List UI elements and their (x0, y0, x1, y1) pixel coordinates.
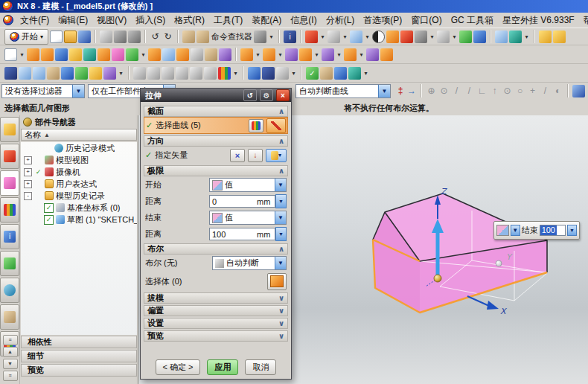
snap-bounded-point-icon[interactable]: ◐ (552, 85, 563, 97)
toolbar-icon[interactable]: ▾ (362, 67, 369, 80)
menu-item[interactable]: 装配(A) (247, 13, 286, 28)
web-browser-tab[interactable]: i (0, 224, 19, 249)
menu-item[interactable]: 工具(T) (209, 13, 247, 28)
expand-toggle[interactable]: + (24, 156, 32, 164)
toolbar-icon[interactable]: ▾ (451, 31, 458, 43)
background-icon[interactable] (437, 31, 450, 43)
cylinder-icon[interactable] (83, 48, 96, 61)
toolbar-icon[interactable]: ▾ (118, 67, 124, 80)
datum-csys-icon[interactable] (219, 48, 231, 61)
collapsed-section-header[interactable]: 设置 ∨ (144, 318, 288, 329)
pattern-icon[interactable] (89, 67, 102, 80)
section-group-header[interactable]: 截面 ∧ (144, 106, 288, 117)
analysis-section-icon[interactable] (204, 67, 217, 80)
dialog-reset-icon[interactable]: ↺ (243, 89, 257, 101)
sort-ascending-icon[interactable]: ▲ (44, 132, 50, 138)
bounded-plane-icon[interactable] (4, 67, 17, 80)
boss-icon[interactable] (112, 48, 124, 61)
menu-item[interactable]: 编辑(E) (54, 13, 92, 28)
collapse-icon[interactable]: ∧ (278, 245, 284, 253)
suppress-checkbox[interactable] (44, 215, 54, 225)
layer-icon[interactable] (19, 67, 31, 80)
menu-item[interactable]: 窗口(O) (406, 13, 446, 28)
edge-blend-icon[interactable] (299, 48, 312, 61)
csys-report-icon[interactable] (348, 67, 361, 80)
undo-icon[interactable]: ↺ (150, 31, 161, 43)
resource-bar-scroll-button[interactable]: ▲ (3, 347, 18, 357)
snapshot-icon[interactable] (539, 31, 552, 43)
start-distance-input[interactable]: 0 mm (209, 195, 275, 208)
selection-filter-combo[interactable]: 没有选择过滤器 ▼ (1, 84, 85, 98)
snap-intersection-icon[interactable]: ∟ (476, 85, 488, 97)
analysis-distance-icon[interactable] (162, 67, 174, 80)
menu-item[interactable]: 文件(F) (16, 13, 54, 28)
examine-geometry-icon[interactable]: ✓ (306, 67, 319, 80)
limit-option-icon[interactable] (496, 225, 509, 236)
specify-origin-curve-button[interactable] (249, 119, 263, 132)
command-finder[interactable]: 命令查找器 (196, 31, 252, 43)
snap-point-icon[interactable]: ⊕ (426, 85, 437, 97)
analysis-slope-icon[interactable] (147, 67, 160, 80)
laptop-view-icon[interactable] (327, 31, 340, 43)
reverse-direction-button[interactable]: × (230, 149, 245, 162)
chevron-down-icon[interactable]: ▼ (275, 257, 286, 269)
expand-toggle[interactable]: + (24, 180, 32, 188)
chevron-down-icon[interactable]: ▼ (72, 85, 84, 97)
collapse-icon[interactable]: ∧ (278, 107, 284, 115)
measure-icon[interactable] (75, 67, 88, 80)
new-file-icon[interactable] (50, 31, 63, 43)
pad-icon[interactable] (148, 48, 161, 61)
cancel-button[interactable]: 取消 (245, 359, 276, 375)
mirror-icon[interactable] (103, 67, 116, 80)
orient-view-icon[interactable] (350, 31, 362, 43)
expand-toggle[interactable]: + (24, 168, 32, 176)
tree-item[interactable]: 基准坐标系 (0) (21, 202, 137, 214)
toolbar-icon[interactable]: ▾ (336, 48, 342, 61)
start-distance-options-icon[interactable]: ▼ (275, 194, 287, 208)
tree-item[interactable]: + 模型视图 (21, 154, 137, 166)
toolbar-icon[interactable]: ▾ (523, 31, 530, 43)
intersect-icon[interactable] (285, 48, 298, 61)
dialog-title-bar[interactable]: 拉伸 ↺ ⚙ × (141, 89, 291, 102)
pin-icon[interactable] (23, 118, 32, 127)
snap-end-point-icon[interactable]: ⊙ (438, 85, 450, 97)
shell-icon[interactable] (344, 48, 357, 61)
toolbar-icon[interactable] (301, 66, 302, 80)
title-bar[interactable]: NX 8 - 建模 - [_model5.prt (修改的) ] (0, 0, 588, 13)
end-distance-input[interactable]: 100 (540, 225, 566, 236)
apply-button[interactable]: 应用 (207, 359, 238, 375)
collapsed-section-header[interactable]: 预览 ∨ (144, 330, 288, 342)
end-limit-combo[interactable]: 值 ▼ (209, 211, 287, 225)
expand-icon[interactable]: ∨ (278, 332, 284, 340)
analysis-draft-icon[interactable] (190, 67, 202, 80)
redo-icon[interactable]: ↻ (162, 31, 173, 43)
toolbar-icon[interactable]: ▾ (268, 31, 275, 43)
curve-rule-combo[interactable]: 自动判断曲线 ▼ (295, 84, 391, 98)
sketch-section-button[interactable] (266, 118, 286, 133)
part-navigator-tab[interactable] (0, 170, 19, 196)
navigator-panel-header[interactable]: 预览 (21, 364, 137, 377)
toolbar-icon[interactable]: ▾ (342, 31, 348, 43)
navigator-panel-header[interactable]: 细节 (21, 350, 137, 362)
name-column-header[interactable]: 名称 ▲ (21, 129, 137, 141)
sketch-icon[interactable] (4, 48, 17, 61)
command-finder-icon[interactable] (196, 31, 209, 43)
tree-item[interactable]: 草图 (1) "SKETCH_0 (21, 214, 137, 225)
toolbar-icon[interactable]: ▾ (232, 67, 239, 80)
snap-point-on-surface-icon[interactable]: / (540, 85, 551, 97)
expand-icon[interactable]: ∨ (278, 294, 284, 302)
unite-icon[interactable] (240, 48, 253, 61)
menu-item[interactable]: 视图(V) (92, 13, 131, 28)
snap-existing-point-icon[interactable]: ○ (514, 85, 525, 97)
analysis-deviation-icon[interactable] (133, 67, 146, 80)
chamfer-icon[interactable] (322, 48, 334, 61)
tree-item[interactable]: 历史记录模式 (21, 142, 137, 154)
snap-point-on-curve-icon[interactable]: + (527, 85, 538, 97)
menu-item[interactable]: 首选项(P) (359, 13, 406, 28)
snap-arc-center-icon[interactable]: ↑ (489, 85, 500, 97)
wireframe-view-icon[interactable] (415, 31, 427, 43)
suppress-checkbox[interactable] (34, 168, 42, 176)
roles-tab[interactable] (0, 304, 19, 330)
direction-group-header[interactable]: 方向 ∧ (144, 135, 288, 147)
resource-bar-scroll-button[interactable]: ▼ (3, 359, 18, 369)
